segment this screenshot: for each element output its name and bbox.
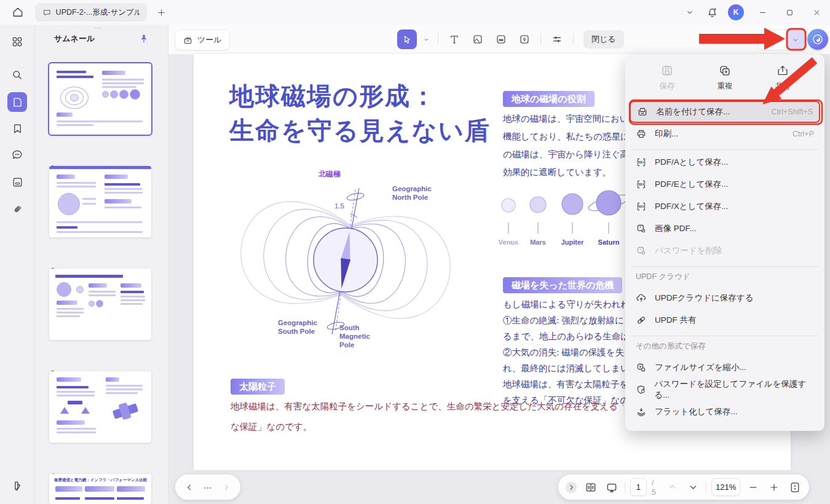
link-icon xyxy=(636,315,647,326)
previous-page-button[interactable] xyxy=(664,478,680,497)
new-tab-button[interactable] xyxy=(154,5,168,20)
text-tool[interactable] xyxy=(445,30,464,49)
avatar-initial: K xyxy=(733,8,738,17)
select-tool[interactable] xyxy=(397,30,417,49)
menu-item-save-pdfx[interactable]: PDF/X PDF/Xとして保存... xyxy=(630,195,820,218)
share-icon xyxy=(776,64,789,77)
tool-group: 閉じる xyxy=(397,27,624,52)
menu-item-reduce-file-size[interactable]: ファイルサイズを縮小... xyxy=(630,356,820,379)
grid-icon xyxy=(11,36,23,48)
tools-button[interactable]: ツール xyxy=(175,30,230,50)
thumbnail-page-1[interactable] xyxy=(49,63,151,135)
menu-item-save-to-cloud[interactable]: UPDFクラウドに保存する xyxy=(630,287,820,309)
sidebar-item-search[interactable] xyxy=(7,65,27,85)
menu-divider xyxy=(631,149,818,150)
link-tool[interactable] xyxy=(491,30,511,49)
view-controls-bar: 1 / 5 121% xyxy=(558,474,809,500)
properties-tool[interactable] xyxy=(547,30,567,49)
next-page-button[interactable] xyxy=(685,478,701,497)
tools-label: ツール xyxy=(197,34,222,45)
search-icon xyxy=(11,69,23,81)
page-number: 1 xyxy=(636,482,641,492)
more-pages-button[interactable]: ⋯ xyxy=(204,482,212,492)
document-title-line2: 生命を守る見えない盾 xyxy=(229,113,491,148)
collapse-bar-button[interactable] xyxy=(564,478,578,497)
menu-item-updf-share[interactable]: UPDF 共有 xyxy=(630,309,820,331)
compress-icon xyxy=(636,362,647,373)
menu-item-label: パスワードを削除 xyxy=(655,245,722,256)
updf-ai-button[interactable] xyxy=(807,29,828,50)
thumb5-title: 衛星通信と電力網：インフラ・パフォーマンス比較 xyxy=(54,478,147,483)
document-tab[interactable]: UPDF-2-...形成-サンプル xyxy=(35,3,147,22)
save-as-icon xyxy=(637,106,648,117)
thumbnail-page-2[interactable] xyxy=(49,166,151,237)
maximize-icon xyxy=(786,9,794,17)
location-tool[interactable] xyxy=(515,30,534,49)
menu-item-print[interactable]: 印刷... Ctrl+P xyxy=(630,123,820,145)
sidebar-item-bookmarks[interactable] xyxy=(7,119,27,138)
titlebar-dropdown-button[interactable] xyxy=(679,0,701,25)
close-window-button[interactable] xyxy=(803,0,830,25)
zoom-level-input[interactable]: 121% xyxy=(711,478,740,496)
close-tools-button[interactable]: 閉じる xyxy=(583,30,624,49)
save-button[interactable] xyxy=(758,30,787,50)
home-button[interactable] xyxy=(9,4,27,21)
menu-item-label: PDF/Xとして保存... xyxy=(655,201,728,212)
chevron-left-icon[interactable] xyxy=(185,483,194,492)
menu-item-label: 名前を付けて保存... xyxy=(656,106,730,117)
zoom-in-button[interactable] xyxy=(766,478,782,497)
sidebar-item-apps[interactable] xyxy=(7,32,27,52)
menu-action-label: 重複 xyxy=(717,81,733,92)
section1-line: 効果的に遮断しています。 xyxy=(503,167,611,178)
thumbnail-page-4[interactable] xyxy=(49,371,151,443)
maximize-button[interactable] xyxy=(776,0,803,25)
pdfa-icon-text: PDF/A xyxy=(637,161,646,164)
main-toolbar: ツール 閉じる xyxy=(168,25,830,54)
menu-item-remove-password[interactable]: パスワードを削除 xyxy=(630,240,820,262)
thumbnail-panel-header: サムネール xyxy=(35,30,168,48)
planet-size-comparison: Venus Mars Jupiter Saturn xyxy=(495,183,642,252)
image-tool[interactable] xyxy=(468,30,488,49)
menu-item-save-pdfe[interactable]: PDF/E PDF/Eとして保存... xyxy=(630,173,820,195)
page-number-input[interactable]: 1 xyxy=(630,478,647,496)
save-split-button[interactable] xyxy=(757,30,805,50)
chevron-up-icon xyxy=(668,482,677,492)
duplicate-icon xyxy=(718,64,732,77)
thumbnail-page-5[interactable]: 衛星通信と電力網：インフラ・パフォーマンス比較 xyxy=(49,474,151,504)
save-menu-chevron-button[interactable] xyxy=(787,30,804,50)
menu-item-save-pdfa[interactable]: PDF/A PDF/Aとして保存... xyxy=(630,151,820,173)
chevron-right-circle-icon xyxy=(564,481,578,494)
cloud-upload-icon xyxy=(636,293,647,304)
page-layout-button[interactable] xyxy=(583,478,599,497)
sidebar-item-attachments[interactable] xyxy=(7,199,27,219)
chevron-right-icon[interactable] xyxy=(222,483,231,492)
pin-panel-button[interactable] xyxy=(136,31,152,47)
avatar[interactable]: K xyxy=(728,4,744,20)
zoom-out-button[interactable] xyxy=(745,478,761,497)
chevron-down-icon xyxy=(686,8,694,17)
menu-action-duplicate[interactable]: 重複 xyxy=(698,61,751,101)
menu-action-share[interactable]: 共有 xyxy=(756,61,809,101)
south-magnetic-pole-label: South Magnetic Pole xyxy=(339,323,382,349)
minimize-button[interactable] xyxy=(749,0,776,25)
sidebar-item-comments[interactable] xyxy=(7,145,27,165)
notifications-button[interactable] xyxy=(701,0,723,25)
sidebar-item-thumbnails[interactable] xyxy=(7,92,27,112)
panel-title: サムネール xyxy=(54,33,95,44)
menu-item-flatten-save[interactable]: フラット化して保存... xyxy=(630,401,820,423)
presentation-button[interactable] xyxy=(604,478,620,497)
menu-item-protect-with-password[interactable]: パスワードを設定してファイルを保護する... xyxy=(630,379,820,401)
pdfx-icon: PDF/X xyxy=(636,201,647,212)
bar-separator xyxy=(625,482,625,493)
sidebar-item-appearance[interactable] xyxy=(7,476,27,496)
fit-page-button[interactable] xyxy=(787,478,803,497)
menu-item-save-as[interactable]: 名前を付けて保存... Ctrl+Shift+S xyxy=(630,101,820,123)
presentation-icon xyxy=(606,481,618,494)
toolbar-separator xyxy=(438,33,438,45)
menu-item-image-pdf[interactable]: 画像 PDF... xyxy=(630,218,820,240)
sidebar-item-documents[interactable] xyxy=(7,172,27,192)
select-tool-dropdown[interactable] xyxy=(421,30,432,49)
menu-action-save[interactable]: 保存 xyxy=(641,61,694,101)
thumbnail-page-3[interactable] xyxy=(49,269,151,340)
menu-item-label: 印刷... xyxy=(655,128,678,140)
